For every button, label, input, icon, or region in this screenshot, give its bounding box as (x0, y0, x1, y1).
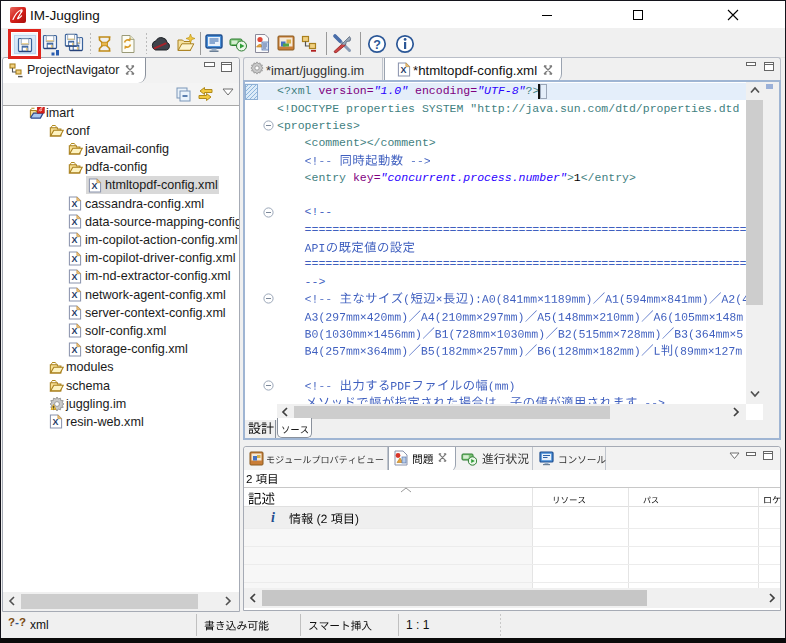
svg-text:X: X (72, 254, 78, 264)
svg-text:X: X (72, 345, 78, 355)
svg-text:X: X (72, 199, 78, 209)
svg-text:X: X (72, 290, 78, 300)
svg-text:?: ? (373, 38, 381, 52)
svg-text:X: X (72, 272, 78, 282)
svg-text:X: X (72, 236, 78, 246)
svg-text:X: X (72, 218, 78, 228)
svg-text:X: X (401, 65, 407, 75)
svg-text:X: X (72, 309, 78, 319)
svg-text:X: X (53, 418, 59, 428)
svg-text:X: X (92, 181, 98, 191)
svg-text:X: X (72, 327, 78, 337)
